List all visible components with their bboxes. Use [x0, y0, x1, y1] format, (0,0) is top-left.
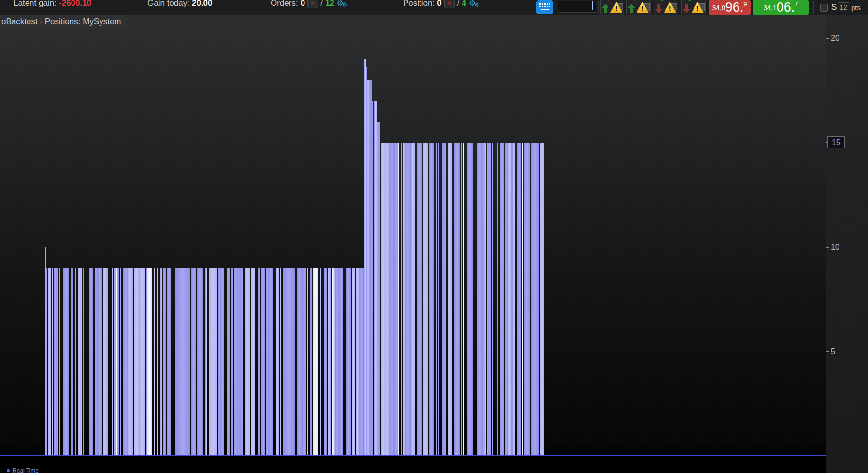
toolbar-divider — [397, 1, 397, 14]
position-bar — [83, 268, 84, 456]
warning-icon — [610, 1, 623, 13]
position-bar — [58, 268, 58, 456]
position-bar — [496, 143, 496, 456]
position-bar — [344, 268, 344, 456]
position-bar — [240, 268, 243, 456]
position-bar — [540, 143, 544, 456]
positions-chart-canvas[interactable]: oBacktest - Positions: MySystem Real Tim… — [0, 15, 826, 473]
buy-alert-button-2[interactable] — [626, 0, 651, 15]
stop-pts-input[interactable] — [838, 2, 849, 12]
position-bar — [531, 143, 539, 456]
position-bar — [174, 268, 174, 456]
position-bar — [423, 143, 428, 456]
ask-price-decimal: 7 — [795, 1, 798, 7]
orders-separator: / — [320, 0, 323, 8]
keyboard-glyph — [539, 2, 551, 12]
position-bar — [467, 143, 473, 456]
realtime-status: Real Time — [7, 467, 39, 473]
bid-price-main: 96. — [725, 1, 744, 14]
position-bar — [508, 143, 511, 456]
position-bar — [167, 268, 171, 456]
position-bar — [269, 268, 273, 456]
position-bar — [231, 268, 233, 456]
orders-count: 0 — [301, 0, 305, 8]
position-bar — [334, 268, 335, 456]
position-bar — [206, 268, 207, 456]
position-bar — [48, 268, 51, 456]
position-bar — [339, 268, 343, 456]
sell-alert-button-1[interactable] — [654, 0, 678, 15]
warning-icon — [636, 1, 649, 13]
position-bar — [57, 268, 58, 456]
buy-alert-button-1[interactable] — [600, 0, 624, 15]
position-bar — [313, 268, 318, 456]
latent-gain-value: -2600.10 — [59, 0, 91, 8]
position-bar — [234, 268, 238, 456]
position-bar — [80, 268, 82, 456]
position-bar — [440, 143, 440, 456]
position-bar — [413, 143, 415, 456]
position-bar — [465, 143, 465, 456]
stop-checkbox[interactable] — [820, 4, 828, 12]
bid-price-decimal: 9 — [743, 1, 747, 7]
orders-max: 12 — [325, 0, 334, 8]
y-axis-label: 20 — [831, 33, 839, 43]
keyboard-icon[interactable] — [536, 0, 553, 14]
position-bar — [122, 268, 122, 456]
position-bar — [486, 143, 486, 456]
orders-readout: Orders: 0 / 12 — [271, 0, 349, 10]
position-bar — [112, 268, 113, 456]
position-bar — [346, 268, 351, 456]
position-bar — [59, 268, 60, 456]
position-bar — [493, 143, 493, 456]
position-bar — [280, 268, 281, 456]
position-settings-gear-icon[interactable] — [469, 0, 481, 9]
latent-gain-readout: Latent gain: -2600.10 — [14, 0, 91, 10]
position-bar — [488, 143, 491, 456]
y-axis-tick — [826, 351, 829, 352]
toolbar-divider — [813, 1, 814, 14]
position-bar — [103, 268, 107, 456]
position-bar — [154, 268, 155, 456]
cancel-orders-button[interactable] — [307, 0, 318, 8]
y-axis-tick — [826, 247, 829, 248]
position-bar — [405, 143, 411, 456]
position-bar — [238, 268, 240, 456]
position-bar — [115, 268, 116, 456]
y-axis-gutter[interactable]: 5101520 — [826, 15, 868, 473]
position-bar — [71, 268, 73, 456]
position-bar — [461, 143, 462, 456]
position-bar — [320, 268, 321, 456]
toolbar-divider — [598, 1, 599, 14]
position-bar — [109, 268, 109, 456]
bid-price-button[interactable]: 34,096.9 — [709, 0, 751, 15]
toolbar: Latent gain: -2600.10 Gain today: 20.00 … — [0, 0, 868, 15]
sell-alert-button-2[interactable] — [681, 0, 706, 15]
chart-baseline — [0, 455, 826, 456]
warning-icon — [664, 1, 677, 13]
position-bar — [379, 122, 380, 456]
position-bar — [330, 268, 331, 456]
position-bar — [335, 268, 339, 456]
position-bar — [297, 268, 302, 456]
position-readout: Position: 0 / 4 — [403, 0, 481, 10]
position-bar — [97, 268, 102, 456]
close-position-button[interactable] — [444, 0, 455, 8]
quantity-input[interactable] — [558, 1, 596, 13]
position-bar — [401, 143, 402, 456]
position-bar — [276, 268, 279, 456]
position-bar — [307, 268, 308, 456]
position-bar — [252, 268, 255, 456]
position-bar — [157, 268, 158, 456]
orders-settings-gear-icon[interactable] — [337, 0, 349, 9]
ask-price-button[interactable]: 34,106.7 — [753, 0, 809, 15]
trading-app-window: Latent gain: -2600.10 Gain today: 20.00 … — [0, 0, 868, 473]
position-bar — [107, 268, 108, 456]
position-bar — [302, 268, 306, 456]
position-bar — [438, 143, 439, 456]
position-bar — [324, 268, 327, 456]
position-bar — [352, 268, 355, 456]
position-bar — [463, 143, 464, 456]
position-bar — [46, 268, 47, 456]
position-bar — [54, 268, 57, 456]
